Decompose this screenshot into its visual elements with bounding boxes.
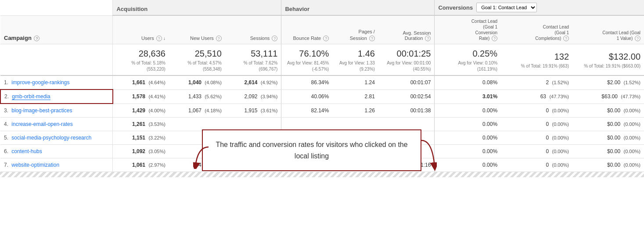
- total-cl-value: $132.00 % of Total: 19.91% ($663.00): [572, 44, 644, 76]
- campaign-cell-5: 5. social-media-psychology-research: [0, 131, 113, 145]
- total-sessions: 53,111 % of Total: 7.62% (696,767): [225, 44, 281, 76]
- arrow-left: [193, 143, 211, 170]
- total-bounce-rate: 76.10% Avg for View: 81.45% (-6.57%): [281, 44, 332, 76]
- arrow-right: [419, 136, 437, 172]
- campaign-link-2[interactable]: gmb-orbit-media: [12, 93, 50, 100]
- cl-rate-cell-4: 0.00%: [435, 118, 501, 131]
- cl-completions-cell-3: 0 (0.00%): [501, 104, 572, 118]
- goal-dropdown[interactable]: Goal 1: Contact Lead: [476, 3, 537, 12]
- pages-session-header: Pages /Session ?: [332, 15, 378, 44]
- cl-value-cell-6: $0.00 (0.00%): [572, 145, 644, 158]
- cl-rate-cell-5: 0.00%: [435, 131, 501, 145]
- avg-session-cell-4: [378, 118, 435, 131]
- group-header-row: Acquisition Behavior Conversions Goal 1:…: [0, 0, 644, 15]
- users-help-icon[interactable]: ?: [156, 36, 162, 41]
- campaign-link-5[interactable]: social-media-psychology-research: [11, 135, 91, 141]
- cl-rate-cell-2: 3.01%: [435, 89, 501, 104]
- users-header: Users ? ↓: [113, 15, 169, 44]
- campaign-help-icon[interactable]: ?: [34, 36, 40, 41]
- cl-rate-cell-7: 0.00%: [435, 158, 501, 172]
- table-row: 4. increase-email-open-rates 1,261 (3.53…: [0, 118, 644, 131]
- contact-lead-rate-header: Contact Lead(Goal 1ConversionRate) ?: [435, 15, 501, 44]
- conversions-group: Conversions Goal 1: Contact Lead: [435, 0, 644, 15]
- contact-lead-completions-header: Contact Lead(Goal 1Completions) ?: [501, 15, 572, 44]
- cl-rate-help-icon[interactable]: ?: [492, 36, 497, 41]
- pages-cell-4: [332, 118, 378, 131]
- users-cell-2: 1,578 (4.41%): [113, 89, 169, 104]
- cl-value-cell-5: $0.00 (0.00%): [572, 131, 644, 145]
- campaign-cell: 1. improve-google-rankings: [0, 75, 113, 89]
- avg-session-cell-2: 00:02:54: [378, 89, 435, 104]
- cl-value-cell-2: $63.00 (47.73%): [572, 89, 644, 104]
- bounce-rate-cell-3: 82.14%: [281, 104, 332, 118]
- cl-rate-cell-6: 0.00%: [435, 145, 501, 158]
- new-users-cell-3: 1,067 (4.18%): [169, 104, 225, 118]
- total-pages-session: 1.46 Avg for View: 1.33 (9.23%): [332, 44, 378, 76]
- table-row-highlighted: 2. gmb-orbit-media 1,578 (4.41%) 1,433 (…: [0, 89, 644, 104]
- total-users: 28,636 % of Total: 5.18% (553,220): [113, 44, 169, 76]
- campaign-cell-7: 7. website-optimization: [0, 158, 113, 172]
- total-new-users: 25,510 % of Total: 4.57% (558,348): [169, 44, 225, 76]
- avg-session-cell: 00:01:07: [378, 75, 435, 89]
- users-cell-6: 1,092 (3.05%): [113, 145, 169, 158]
- campaign-link-6[interactable]: content-hubs: [11, 148, 42, 154]
- campaign-cell-6: 6. content-hubs: [0, 145, 113, 158]
- new-users-cell-4: [169, 118, 225, 131]
- sessions-cell-3: 1,915 (3.61%): [225, 104, 281, 118]
- users-cell-3: 1,429 (4.00%): [113, 104, 169, 118]
- total-cl-rate: 0.25% Avg for View: 0.10% (161.19%): [435, 44, 501, 76]
- cl-value-help-icon[interactable]: ?: [635, 36, 640, 41]
- avg-session-help-icon[interactable]: ?: [425, 36, 431, 41]
- zigzag-border: [0, 172, 644, 177]
- campaign-cell-3: 3. blog-image-best-practices: [0, 104, 113, 118]
- bounce-rate-cell-2: 40.06%: [281, 89, 332, 104]
- users-cell-7: 1,061 (2.97%): [113, 158, 169, 172]
- avg-session-cell-3: 00:01:38: [378, 104, 435, 118]
- total-cl-completions: 132 % of Total: 19.91% (663): [501, 44, 572, 76]
- cl-completions-help-icon[interactable]: ?: [563, 36, 569, 41]
- users-cell-5: 1,151 (3.22%): [113, 131, 169, 145]
- cl-value-cell-4: $0.00 (0.00%): [572, 118, 644, 131]
- sessions-header: Sessions ?: [225, 15, 281, 44]
- campaign-link-3[interactable]: blog-image-best-practices: [11, 107, 72, 114]
- pages-cell-2: 2.81: [332, 89, 378, 104]
- cl-completions-cell-2: 63 (47.73%): [501, 89, 572, 104]
- totals-row: 28,636 % of Total: 5.18% (553,220) 25,51…: [0, 44, 644, 76]
- bounce-rate-cell-4: [281, 118, 332, 131]
- new-users-header: New Users ?: [169, 15, 225, 44]
- campaign-header: Campaign ?: [0, 15, 113, 44]
- bounce-rate-header: Bounce Rate ?: [281, 15, 332, 44]
- column-header-row: Campaign ? Users ? ↓ New Users ? Session…: [0, 15, 644, 44]
- campaign-link-4[interactable]: increase-email-open-rates: [11, 121, 72, 127]
- cl-value-cell-7: $0.00 (0.00%): [572, 158, 644, 172]
- cl-completions-cell-7: 0 (0.00%): [501, 158, 572, 172]
- campaign-link[interactable]: improve-google-rankings: [11, 79, 69, 86]
- bounce-rate-help-icon[interactable]: ?: [323, 36, 329, 41]
- sessions-cell-4: [225, 118, 281, 131]
- pages-cell-3: 1.26: [332, 104, 378, 118]
- cl-completions-cell-5: 0 (0.00%): [501, 131, 572, 145]
- sessions-cell: 2,614 (4.92%): [225, 75, 281, 89]
- cl-value-cell: $2.00 (1.52%): [572, 75, 644, 89]
- new-users-help-icon[interactable]: ?: [216, 36, 222, 41]
- pages-cell: 1.24: [332, 75, 378, 89]
- users-cell-4: 1,261 (3.53%): [113, 118, 169, 131]
- users-sort-icon[interactable]: ↓: [163, 36, 165, 41]
- sessions-cell-2: 2,092 (3.94%): [225, 89, 281, 104]
- users-cell: 1,661 (4.64%): [113, 75, 169, 89]
- pages-help-icon[interactable]: ?: [369, 36, 375, 41]
- avg-session-header: Avg. SessionDuration ?: [378, 15, 435, 44]
- table-row: 1. improve-google-rankings 1,661 (4.64%)…: [0, 75, 644, 89]
- sessions-help-icon[interactable]: ?: [272, 36, 277, 41]
- table-row: 3. blog-image-best-practices 1,429 (4.00…: [0, 104, 644, 118]
- annotation-box: The traffic and conversion rates for vis…: [202, 129, 421, 171]
- behavior-group: Behavior: [281, 0, 435, 15]
- campaign-cell-highlighted: 2. gmb-orbit-media: [0, 89, 113, 104]
- cl-value-cell-3: $0.00 (0.00%): [572, 104, 644, 118]
- cl-rate-cell: 0.08%: [435, 75, 501, 89]
- acquisition-group: Acquisition: [113, 0, 281, 15]
- new-users-cell-2: 1,433 (5.62%): [169, 89, 225, 104]
- total-avg-session: 00:01:25 Avg for View: 00:01:00 (40.55%): [378, 44, 435, 76]
- bounce-rate-cell: 86.34%: [281, 75, 332, 89]
- campaign-link-7[interactable]: website-optimization: [11, 162, 59, 168]
